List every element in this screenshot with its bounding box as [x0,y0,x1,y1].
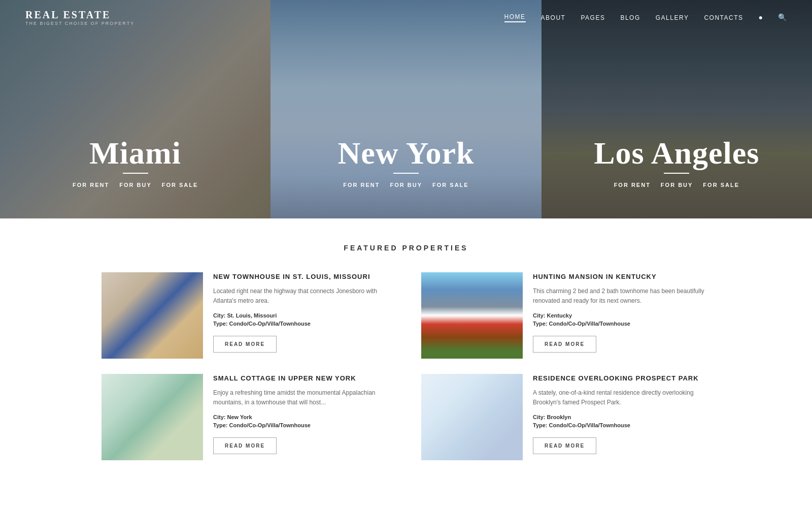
prop-desc-1: Located right near the highway that conn… [213,287,391,306]
prop-type-4: Type: Condo/Co-Op/Villa/Townhouse [533,422,710,428]
property-info-3: SMALL COTTAGE IN UPPER NEW YORK Enjoy a … [213,374,391,460]
logo-subtitle: THE BIGEST CHOISE OF PROPERTY [25,21,134,26]
nav-gallery[interactable]: GALLERY [656,14,689,21]
prop-title-2: HUNTING MANSION IN KENTUCKY [533,272,710,281]
prop-type-3: Type: Condo/Co-Op/Villa/Townhouse [213,422,391,428]
property-card-1: NEW TOWNHOUSE IN ST. LOUIS, MISSOURI Loc… [101,272,391,359]
featured-title: FEATURED PROPERTIES [101,244,710,252]
property-image-3 [101,374,203,460]
nav-blog[interactable]: BLOG [620,14,640,21]
miami-content: Miami FOR RENT FOR BUY FOR SALE [73,137,198,188]
user-icon[interactable]: ● [759,14,763,22]
prop-city-2: City: Kentucky [533,312,710,319]
newyork-city-name: New York [337,137,474,169]
la-content: Los Angeles FOR RENT FOR BUY FOR SALE [594,137,759,188]
prop-title-3: SMALL COTTAGE IN UPPER NEW YORK [213,374,391,383]
logo-title: REAL ESTATE [25,9,134,21]
newyork-content: New York FOR RENT FOR BUY FOR SALE [337,137,474,188]
la-city-name: Los Angeles [594,137,759,169]
property-image-1 [101,272,203,359]
property-image-2 [421,272,523,359]
prop-city-3: City: New York [213,414,391,420]
newyork-divider [393,173,419,174]
prop-city-4: City: Brooklyn [533,414,710,420]
newyork-for-sale[interactable]: FOR SALE [432,182,469,188]
miami-links: FOR RENT FOR BUY FOR SALE [73,182,198,188]
prop-desc-4: A stately, one-of-a-kind rental residenc… [533,388,710,407]
la-divider [664,173,689,174]
featured-section: FEATURED PROPERTIES NEW TOWNHOUSE IN ST.… [0,218,812,486]
main-nav: HOME ABOUT PAGES BLOG GALLERY CONTACTS ●… [504,13,787,22]
prop-city-1: City: St. Louis, Missouri [213,312,391,319]
hero-section: REAL ESTATE THE BIGEST CHOISE OF PROPERT… [0,0,812,218]
read-more-button-4[interactable]: READ MORE [533,437,596,454]
property-card-3: SMALL COTTAGE IN UPPER NEW YORK Enjoy a … [101,374,391,460]
search-icon[interactable]: 🔍 [778,13,787,22]
prop-title-1: NEW TOWNHOUSE IN ST. LOUIS, MISSOURI [213,272,391,281]
nav-pages[interactable]: PAGES [581,14,605,21]
property-card-2: HUNTING MANSION IN KENTUCKY This charmin… [421,272,710,359]
prop-title-4: RESIDENCE OVERLOOKING PROSPECT PARK [533,374,710,383]
newyork-for-rent[interactable]: FOR RENT [343,182,380,188]
la-for-sale[interactable]: FOR SALE [703,182,739,188]
nav-about[interactable]: ABOUT [541,14,566,21]
property-info-4: RESIDENCE OVERLOOKING PROSPECT PARK A st… [533,374,710,460]
miami-for-buy[interactable]: FOR BUY [119,182,152,188]
read-more-button-3[interactable]: READ MORE [213,437,277,454]
la-for-buy[interactable]: FOR BUY [661,182,693,188]
la-for-rent[interactable]: FOR RENT [614,182,651,188]
la-links: FOR RENT FOR BUY FOR SALE [594,182,759,188]
nav-contacts[interactable]: CONTACTS [704,14,743,21]
property-info-2: HUNTING MANSION IN KENTUCKY This charmin… [533,272,710,359]
property-image-4 [421,374,523,460]
nav-home[interactable]: HOME [504,13,526,22]
prop-type-1: Type: Condo/Co-Op/Villa/Townhouse [213,321,391,327]
miami-divider [123,173,148,174]
logo: REAL ESTATE THE BIGEST CHOISE OF PROPERT… [25,9,134,26]
site-header: REAL ESTATE THE BIGEST CHOISE OF PROPERT… [0,0,812,35]
miami-city-name: Miami [73,137,198,169]
property-info-1: NEW TOWNHOUSE IN ST. LOUIS, MISSOURI Loc… [213,272,391,359]
newyork-for-buy[interactable]: FOR BUY [390,182,423,188]
property-card-4: RESIDENCE OVERLOOKING PROSPECT PARK A st… [421,374,710,460]
read-more-button-1[interactable]: READ MORE [213,336,277,353]
newyork-links: FOR RENT FOR BUY FOR SALE [337,182,474,188]
miami-for-rent[interactable]: FOR RENT [73,182,109,188]
prop-type-2: Type: Condo/Co-Op/Villa/Townhouse [533,321,710,327]
prop-desc-2: This charming 2 bed and 2 bath townhome … [533,287,710,306]
miami-for-sale[interactable]: FOR SALE [162,182,198,188]
properties-grid: NEW TOWNHOUSE IN ST. LOUIS, MISSOURI Loc… [101,272,710,460]
read-more-button-2[interactable]: READ MORE [533,336,596,353]
prop-desc-3: Enjoy a refreshing time amidst the monum… [213,388,391,407]
